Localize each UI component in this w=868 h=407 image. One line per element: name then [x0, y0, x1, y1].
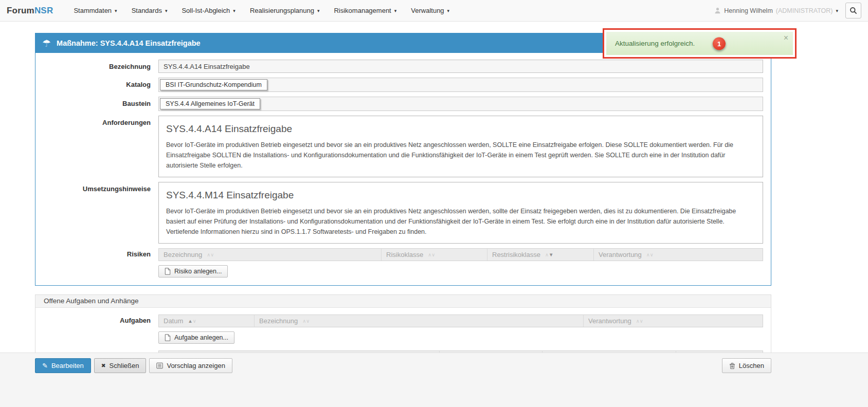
column-header-restrisikoklasse[interactable]: Restrisikoklasse ∧▼: [487, 249, 594, 261]
search-button[interactable]: [845, 3, 861, 18]
chevron-down-icon: ▾: [115, 8, 117, 13]
massnahme-panel: ☂ Maßnahme: SYS.4.4.A14 Einsatzfreigabe …: [35, 33, 771, 286]
nav-item-standards[interactable]: Standards ▾: [124, 0, 175, 22]
form-row-bezeichnung: Bezeichnung SYS.4.4.A14 Einsatzfreigabe: [35, 60, 771, 73]
nav-item-label: Soll-Ist-Abgleich: [182, 7, 230, 14]
navbar: ForumNSR Stammdaten ▾ Standards ▾ Soll-I…: [0, 0, 868, 22]
aufgabe-anlegen-button[interactable]: Aufgabe anlegen...: [158, 331, 234, 344]
nav-item-realisierungsplanung[interactable]: Realisierungsplanung ▾: [243, 0, 327, 22]
bezeichnung-value: SYS.4.4.A14 Einsatzfreigabe: [164, 63, 250, 70]
column-label: Bezeichnung: [259, 317, 298, 325]
close-icon: ✖: [101, 363, 106, 368]
brand-logo[interactable]: ForumNSR: [7, 6, 53, 16]
anforderungen-text: Bevor IoT-Geräte im produktiven Betrieb …: [166, 140, 755, 171]
sort-icon: ∧∨: [207, 252, 214, 257]
close-icon[interactable]: ×: [784, 33, 788, 43]
document-icon: [165, 268, 171, 275]
katalog-field: BSI IT-Grundschutz-Kompendium: [158, 78, 763, 92]
anforderungen-box: SYS.4.4.A14 Einsatzfreigabe Bevor IoT-Ge…: [158, 116, 763, 177]
nav-item-label: Standards: [132, 7, 162, 14]
baustein-field: SYS.4.4 Allgemeines IoT-Gerät: [158, 97, 763, 111]
risiken-label: Risiken: [35, 248, 158, 258]
brand-forum: Forum: [7, 6, 34, 15]
umbrella-icon: ☂: [42, 39, 51, 48]
form-row-baustein: Baustein SYS.4.4 Allgemeines IoT-Gerät: [35, 97, 771, 111]
list-icon: [156, 362, 163, 369]
annotation-highlight: Aktualisierung erfolgreich. × 1: [603, 28, 797, 59]
aufgaben-label: Aufgaben: [35, 314, 158, 324]
form-row-risiken: Risiken Bezeichnung ∧∨ Risikoklasse ∧∨ R…: [35, 248, 771, 278]
schliessen-button[interactable]: ✖ Schließen: [94, 358, 147, 373]
nav-item-label: Risikomanagement: [334, 7, 391, 14]
katalog-label: Katalog: [35, 78, 158, 88]
nav-item-risikomanagement[interactable]: Risikomanagement ▾: [327, 0, 404, 22]
umsetzungshinweise-box: SYS.4.4.M14 Einsatzfreigabe Bevor IoT-Ge…: [158, 182, 763, 244]
nav-item-soll-ist-abgleich[interactable]: Soll-Ist-Abgleich ▾: [174, 0, 242, 22]
bearbeiten-button[interactable]: ✎ Bearbeiten: [35, 358, 91, 373]
column-header-verantwortung[interactable]: Verantwortung ∧∨: [584, 315, 763, 327]
column-label: Datum: [164, 317, 183, 325]
button-label: Bearbeiten: [51, 362, 84, 369]
main-menu: Stammdaten ▾ Standards ▾ Soll-Ist-Abglei…: [66, 0, 457, 22]
form-row-umsetzungshinweise: Umsetzungshinweise SYS.4.4.M14 Einsatzfr…: [35, 182, 771, 244]
edit-icon: ✎: [42, 362, 48, 369]
column-header-risikoklasse[interactable]: Risikoklasse ∧∨: [382, 249, 487, 261]
column-header-datum[interactable]: Datum ▲∨: [159, 315, 255, 327]
column-header-verantwortung[interactable]: Verantwortung ∧∨: [594, 249, 763, 261]
user-menu[interactable]: Henning Wilhelm (ADMINISTRATOR) ▾: [714, 7, 838, 14]
column-label: Verantwortung: [588, 317, 631, 325]
anforderungen-label: Anforderungen: [35, 116, 158, 126]
bezeichnung-input[interactable]: SYS.4.4.A14 Einsatzfreigabe: [158, 60, 763, 73]
umsetzungshinweise-label: Umsetzungshinweise: [35, 182, 158, 193]
column-label: Verantwortung: [599, 251, 642, 258]
button-label: Löschen: [739, 362, 764, 369]
annotation-badge: 1: [713, 37, 726, 50]
umsetzungshinweise-heading: SYS.4.4.M14 Einsatzfreigabe: [166, 190, 755, 201]
alert-message: Aktualisierung erfolgreich.: [615, 40, 695, 47]
chevron-down-icon: ▾: [165, 8, 168, 13]
chevron-down-icon: ▾: [394, 8, 397, 13]
form-row-anforderungen: Anforderungen SYS.4.4.A14 Einsatzfreigab…: [35, 116, 771, 177]
nav-item-label: Realisierungsplanung: [250, 7, 314, 14]
user-icon: [714, 7, 721, 14]
nav-item-verwaltung[interactable]: Verwaltung ▾: [404, 0, 457, 22]
baustein-chip: SYS.4.4 Allgemeines IoT-Gerät: [160, 98, 260, 109]
section-title: Offene Aufgaben und Anhänge: [35, 295, 771, 308]
panel-title: Maßnahme: SYS.4.4.A14 Einsatzfreigabe: [57, 39, 201, 47]
panel-body: Bezeichnung SYS.4.4.A14 Einsatzfreigabe …: [35, 53, 771, 285]
document-icon: [165, 334, 171, 341]
column-label: Bezeichnung: [164, 251, 202, 258]
katalog-chip: BSI IT-Grundschutz-Kompendium: [160, 79, 267, 90]
chevron-down-icon: ▾: [447, 8, 450, 13]
risiko-anlegen-button[interactable]: Risiko anlegen...: [158, 265, 228, 278]
user-role: (ADMINISTRATOR): [776, 7, 833, 14]
column-label: Risikoklasse: [386, 251, 423, 258]
main-content: ☂ Maßnahme: SYS.4.4.A14 Einsatzfreigabe …: [35, 33, 771, 372]
button-label: Schließen: [110, 362, 139, 369]
sort-icon: ∧∨: [646, 252, 654, 257]
form-row-aufgaben: Aufgaben Datum ▲∨ Bezeichnung ∧∨ Verantw…: [35, 314, 771, 344]
success-alert: Aktualisierung erfolgreich. × 1: [606, 32, 793, 55]
button-label: Vorschlag anzeigen: [167, 362, 225, 369]
vorschlag-anzeigen-button[interactable]: Vorschlag anzeigen: [149, 358, 232, 373]
sort-icon: ∧▼: [545, 252, 553, 257]
risiken-table-header: Bezeichnung ∧∨ Risikoklasse ∧∨ Restrisik…: [158, 248, 763, 261]
loeschen-button[interactable]: Löschen: [722, 358, 771, 373]
column-header-bezeichnung[interactable]: Bezeichnung ∧∨: [159, 249, 382, 261]
sort-icon: ∧∨: [428, 252, 435, 257]
column-header-bezeichnung[interactable]: Bezeichnung ∧∨: [255, 315, 584, 327]
button-label: Aufgabe anlegen...: [174, 334, 228, 341]
user-name: Henning Wilhelm: [724, 7, 772, 14]
anforderungen-heading: SYS.4.4.A14 Einsatzfreigabe: [166, 123, 755, 135]
brand-nsr: NSR: [34, 6, 53, 15]
aufgaben-table-header: Datum ▲∨ Bezeichnung ∧∨ Verantwortung ∧∨: [158, 314, 763, 327]
baustein-label: Baustein: [35, 97, 158, 107]
nav-item-label: Verwaltung: [411, 7, 444, 14]
nav-item-stammdaten[interactable]: Stammdaten ▾: [66, 0, 124, 22]
footer-toolbar: ✎ Bearbeiten ✖ Schließen Vorschlag anzei…: [0, 353, 868, 407]
form-row-katalog: Katalog BSI IT-Grundschutz-Kompendium: [35, 78, 771, 92]
button-label: Risiko anlegen...: [174, 268, 222, 275]
column-label: Restrisikoklasse: [492, 251, 540, 258]
sort-icon: ▲∨: [188, 319, 196, 324]
chevron-down-icon: ▾: [317, 8, 320, 13]
